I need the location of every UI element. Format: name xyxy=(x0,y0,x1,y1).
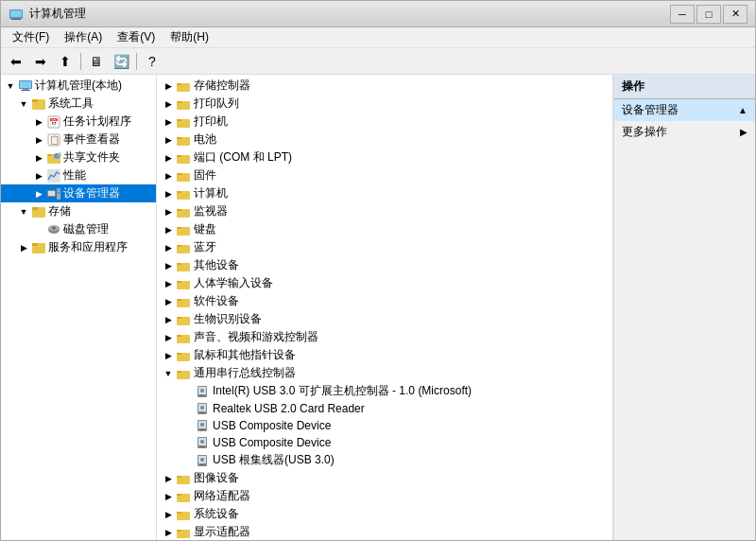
dev-item-label: 显示适配器 xyxy=(194,524,250,540)
svg-point-80 xyxy=(200,440,204,444)
menu-file[interactable]: 文件(F) xyxy=(5,27,57,47)
dev-icon xyxy=(176,96,191,112)
dev-item-label: 监视器 xyxy=(194,203,228,219)
menu-view[interactable]: 查看(V) xyxy=(110,27,163,47)
dev-icon xyxy=(176,150,191,166)
dev-icon xyxy=(176,471,191,486)
toolbar-show-hide-button[interactable]: 🖥 xyxy=(85,51,108,72)
svg-rect-7 xyxy=(21,90,30,91)
maximize-button[interactable]: □ xyxy=(696,5,721,24)
dev-tree-item[interactable]: ▶ 存储控制器 xyxy=(157,77,612,95)
dev-item-label: 声音、视频和游戏控制器 xyxy=(194,329,318,345)
title-bar: 计算机管理 ─ □ ✕ xyxy=(1,1,755,27)
svg-rect-90 xyxy=(177,512,181,514)
dev-tree-item[interactable]: ▶ 计算机 xyxy=(157,184,612,202)
tree-label-root: 计算机管理(本地) xyxy=(35,78,122,94)
svg-rect-25 xyxy=(32,207,38,210)
tree-item-storage[interactable]: ▼ 存储 xyxy=(1,202,156,220)
tree-item-device-manager[interactable]: ▶ 设备管理器 xyxy=(1,184,156,202)
svg-rect-52 xyxy=(177,263,181,265)
dev-tree-item[interactable]: ▶ 监视器 xyxy=(157,202,612,220)
dev-tree-item[interactable]: ▶ 网络适配器 xyxy=(157,487,612,505)
dev-tree-item[interactable]: ▶ 其他设备 xyxy=(157,256,612,274)
dev-tree-item[interactable]: ▶ 电池 xyxy=(157,131,612,148)
tree-item-root[interactable]: ▼ 计算机管理(本地) xyxy=(1,77,156,95)
svg-point-28 xyxy=(52,226,56,229)
expand-arrow: ▶ xyxy=(161,276,176,291)
dev-tree-item[interactable]: ▶ 固件 xyxy=(157,166,612,184)
dev-tree-item[interactable]: ▶ 软件设备 xyxy=(157,292,612,310)
dev-icon xyxy=(176,222,191,237)
window-icon xyxy=(9,7,24,22)
dev-tree-item[interactable]: USB Composite Device xyxy=(157,434,612,451)
dev-icon xyxy=(176,525,191,540)
dev-tree-item[interactable]: Realtek USB 2.0 Card Reader xyxy=(157,400,612,417)
svg-rect-88 xyxy=(177,494,181,496)
tree-item-disk-mgmt[interactable]: ▶ 磁盘管理 xyxy=(1,220,156,238)
tree-item-services[interactable]: ▶ 服务和应用程序 xyxy=(1,238,156,256)
svg-rect-86 xyxy=(177,476,181,478)
dev-item-label: 人体学输入设备 xyxy=(194,275,273,291)
dev-icon xyxy=(195,453,210,468)
dev-tree-item[interactable]: USB 根集线器(USB 3.0) xyxy=(157,451,612,469)
toolbar-separator-1 xyxy=(80,53,81,70)
tree-item-task-scheduler[interactable]: ▶ 📅 任务计划程序 xyxy=(1,113,156,131)
dev-tree-item[interactable]: Intel(R) USB 3.0 可扩展主机控制器 - 1.0 (Microso… xyxy=(157,382,612,400)
action-expand-icon-1: ▲ xyxy=(738,105,747,115)
expand-arrow: ▶ xyxy=(161,489,176,504)
dev-tree-item[interactable]: ▶ 显示适配器 xyxy=(157,523,612,540)
tree-item-event-viewer[interactable]: ▶ 📋 事件查看器 xyxy=(1,131,156,148)
dev-icon xyxy=(176,204,191,219)
toolbar-back-button[interactable]: ⬅ xyxy=(5,51,27,72)
performance-icon xyxy=(46,168,61,183)
dev-tree-item[interactable]: ▶ 端口 (COM 和 LPT) xyxy=(157,148,612,166)
svg-rect-58 xyxy=(177,317,181,319)
menu-action[interactable]: 操作(A) xyxy=(57,27,110,47)
dev-tree-item[interactable]: ▶ 鼠标和其他指针设备 xyxy=(157,346,612,364)
expand-arrow: ▶ xyxy=(161,186,176,201)
menu-help[interactable]: 帮助(H) xyxy=(163,27,216,47)
dev-icon xyxy=(176,348,191,363)
expand-arrow: ▶ xyxy=(161,471,176,486)
svg-point-84 xyxy=(200,458,204,462)
toolbar-forward-button[interactable]: ➡ xyxy=(29,51,52,72)
toolbar-up-button[interactable]: ⬆ xyxy=(54,51,77,72)
tree-item-shared-folders[interactable]: ▶ 🔗 共享文件夹 xyxy=(1,148,156,166)
middle-panel: ▶ 存储控制器 ▶ 打印队列 ▶ 打印机 ▶ 电池 ▶ 端口 ( xyxy=(157,75,613,540)
dev-tree-item[interactable]: ▼ 通用串行总线控制器 xyxy=(157,364,612,382)
dev-icon xyxy=(195,418,210,433)
dev-tree-item[interactable]: ▶ 打印机 xyxy=(157,113,612,131)
dev-item-label: 打印队列 xyxy=(194,96,239,112)
tree-item-system-tools[interactable]: ▼ 系统工具 xyxy=(1,95,156,113)
tree-item-performance[interactable]: ▶ 性能 xyxy=(1,166,156,184)
window-controls: ─ □ ✕ xyxy=(670,5,747,24)
dev-icon xyxy=(195,401,210,416)
dev-icon xyxy=(176,132,191,148)
dev-icon xyxy=(176,507,191,522)
expand-icon-event: ▶ xyxy=(31,132,46,148)
close-button[interactable]: ✕ xyxy=(723,5,747,24)
dev-item-label: 端口 (COM 和 LPT) xyxy=(194,149,292,166)
toolbar-help-button[interactable]: ? xyxy=(141,51,163,72)
action-device-manager[interactable]: 设备管理器 ▲ xyxy=(614,99,755,121)
svg-rect-42 xyxy=(177,173,181,175)
action-more[interactable]: 更多操作 ▶ xyxy=(614,121,755,143)
minimize-button[interactable]: ─ xyxy=(670,5,695,24)
dev-tree-item[interactable]: ▶ 系统设备 xyxy=(157,505,612,523)
dev-icon xyxy=(176,276,191,291)
dev-tree-item[interactable]: ▶ 蓝牙 xyxy=(157,238,612,256)
dev-tree-item[interactable]: ▶ 键盘 xyxy=(157,220,612,238)
dev-tree-item[interactable]: USB Composite Device xyxy=(157,417,612,434)
svg-rect-1 xyxy=(10,10,22,17)
toolbar-refresh-button[interactable]: 🔄 xyxy=(110,51,132,72)
tree-label-services: 服务和应用程序 xyxy=(48,239,128,255)
dev-tree-item[interactable]: ▶ 图像设备 xyxy=(157,469,612,487)
dev-tree-item[interactable]: ▶ 声音、视频和游戏控制器 xyxy=(157,328,612,346)
svg-rect-36 xyxy=(177,119,181,121)
dev-tree-item[interactable]: ▶ 人体学输入设备 xyxy=(157,274,612,292)
svg-rect-92 xyxy=(177,530,181,532)
tree-label-device-manager: 设备管理器 xyxy=(63,185,120,201)
dev-tree-item[interactable]: ▶ 打印队列 xyxy=(157,95,612,113)
computer-icon xyxy=(18,79,33,94)
dev-tree-item[interactable]: ▶ 生物识别设备 xyxy=(157,310,612,328)
